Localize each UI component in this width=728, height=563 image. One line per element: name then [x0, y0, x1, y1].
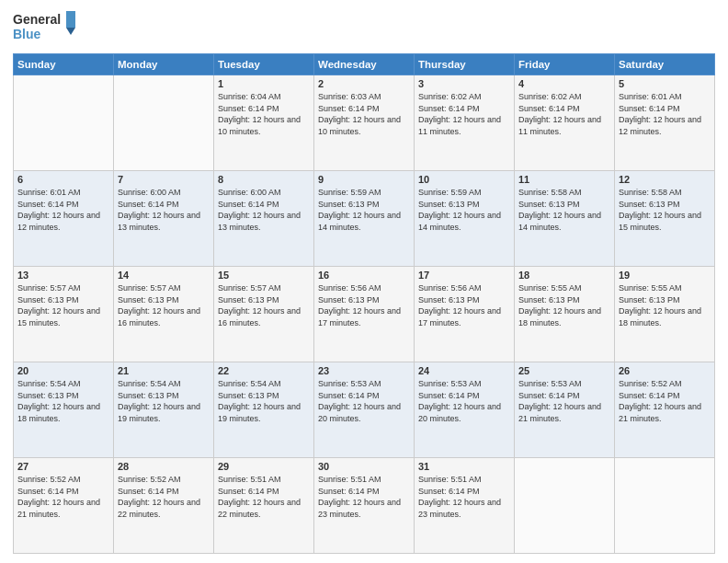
header: General Blue	[13, 9, 715, 46]
day-number: 31	[418, 461, 510, 472]
day-number: 23	[318, 365, 410, 376]
day-info: Sunrise: 5:57 AMSunset: 6:13 PMDaylight:…	[17, 282, 109, 328]
day-number: 18	[518, 270, 610, 281]
calendar-cell: 22Sunrise: 5:54 AMSunset: 6:13 PMDayligh…	[214, 362, 314, 458]
calendar-header: SundayMondayTuesdayWednesdayThursdayFrid…	[14, 54, 715, 75]
calendar-cell: 23Sunrise: 5:53 AMSunset: 6:14 PMDayligh…	[314, 362, 415, 458]
day-number: 21	[118, 365, 210, 376]
day-info: Sunrise: 5:55 AMSunset: 6:13 PMDaylight:…	[619, 282, 711, 328]
day-number: 29	[218, 461, 310, 472]
day-info: Sunrise: 6:04 AMSunset: 6:14 PMDaylight:…	[218, 91, 310, 137]
calendar-cell: 29Sunrise: 5:51 AMSunset: 6:14 PMDayligh…	[214, 458, 314, 554]
weekday-header-saturday: Saturday	[615, 54, 715, 75]
day-info: Sunrise: 6:01 AMSunset: 6:14 PMDaylight:…	[17, 187, 109, 233]
calendar-cell: 20Sunrise: 5:54 AMSunset: 6:13 PMDayligh…	[14, 362, 114, 458]
calendar-cell: 6Sunrise: 6:01 AMSunset: 6:14 PMDaylight…	[14, 171, 114, 267]
day-info: Sunrise: 6:03 AMSunset: 6:14 PMDaylight:…	[318, 91, 410, 137]
day-number: 9	[318, 174, 410, 185]
day-info: Sunrise: 5:53 AMSunset: 6:14 PMDaylight:…	[518, 378, 610, 424]
calendar-cell: 30Sunrise: 5:51 AMSunset: 6:14 PMDayligh…	[314, 458, 415, 554]
day-number: 11	[518, 174, 610, 185]
svg-text:Blue: Blue	[13, 27, 41, 41]
day-number: 22	[218, 365, 310, 376]
calendar-cell: 26Sunrise: 5:52 AMSunset: 6:14 PMDayligh…	[615, 362, 715, 458]
day-info: Sunrise: 5:57 AMSunset: 6:13 PMDaylight:…	[118, 282, 210, 328]
calendar-row-1: 6Sunrise: 6:01 AMSunset: 6:14 PMDaylight…	[14, 171, 715, 267]
weekday-header-sunday: Sunday	[14, 54, 114, 75]
day-number: 19	[619, 270, 711, 281]
calendar-cell	[515, 458, 615, 554]
calendar-cell: 4Sunrise: 6:02 AMSunset: 6:14 PMDaylight…	[515, 75, 615, 171]
calendar-cell: 11Sunrise: 5:58 AMSunset: 6:13 PMDayligh…	[515, 171, 615, 267]
day-number: 4	[518, 78, 610, 89]
calendar-table: SundayMondayTuesdayWednesdayThursdayFrid…	[13, 53, 715, 554]
calendar-row-0: 1Sunrise: 6:04 AMSunset: 6:14 PMDaylight…	[14, 75, 715, 171]
svg-marker-3	[66, 28, 75, 35]
day-number: 27	[17, 461, 109, 472]
day-info: Sunrise: 5:54 AMSunset: 6:13 PMDaylight:…	[118, 378, 210, 424]
day-info: Sunrise: 5:54 AMSunset: 6:13 PMDaylight:…	[218, 378, 310, 424]
calendar-cell: 10Sunrise: 5:59 AMSunset: 6:13 PMDayligh…	[415, 171, 515, 267]
calendar-cell	[615, 458, 715, 554]
day-info: Sunrise: 6:00 AMSunset: 6:14 PMDaylight:…	[218, 187, 310, 233]
calendar-cell: 31Sunrise: 5:51 AMSunset: 6:14 PMDayligh…	[415, 458, 515, 554]
day-number: 24	[418, 365, 510, 376]
calendar-cell: 27Sunrise: 5:52 AMSunset: 6:14 PMDayligh…	[14, 458, 114, 554]
day-number: 20	[17, 365, 109, 376]
day-info: Sunrise: 5:56 AMSunset: 6:13 PMDaylight:…	[318, 282, 410, 328]
svg-marker-2	[66, 11, 75, 28]
calendar-cell: 3Sunrise: 6:02 AMSunset: 6:14 PMDaylight…	[415, 75, 515, 171]
day-number: 30	[318, 461, 410, 472]
day-info: Sunrise: 6:01 AMSunset: 6:14 PMDaylight:…	[619, 91, 711, 137]
day-number: 12	[619, 174, 711, 185]
day-number: 28	[118, 461, 210, 472]
day-info: Sunrise: 5:58 AMSunset: 6:13 PMDaylight:…	[619, 187, 711, 233]
day-number: 6	[17, 174, 109, 185]
day-info: Sunrise: 5:53 AMSunset: 6:14 PMDaylight:…	[418, 378, 510, 424]
calendar-cell	[114, 75, 214, 171]
calendar-row-3: 20Sunrise: 5:54 AMSunset: 6:13 PMDayligh…	[14, 362, 715, 458]
day-info: Sunrise: 5:53 AMSunset: 6:14 PMDaylight:…	[318, 378, 410, 424]
svg-text:General: General	[13, 12, 61, 27]
day-number: 15	[218, 270, 310, 281]
weekday-row: SundayMondayTuesdayWednesdayThursdayFrid…	[14, 54, 715, 75]
page: General Blue SundayMondayTuesdayWednesda…	[0, 0, 728, 563]
day-number: 25	[518, 365, 610, 376]
day-number: 10	[418, 174, 510, 185]
day-number: 26	[619, 365, 711, 376]
logo-area: General Blue	[13, 9, 77, 46]
day-info: Sunrise: 6:02 AMSunset: 6:14 PMDaylight:…	[418, 91, 510, 137]
day-number: 14	[118, 270, 210, 281]
calendar-row-2: 13Sunrise: 5:57 AMSunset: 6:13 PMDayligh…	[14, 267, 715, 362]
day-info: Sunrise: 5:51 AMSunset: 6:14 PMDaylight:…	[218, 474, 310, 520]
day-info: Sunrise: 5:52 AMSunset: 6:14 PMDaylight:…	[118, 474, 210, 520]
calendar-cell: 9Sunrise: 5:59 AMSunset: 6:13 PMDaylight…	[314, 171, 415, 267]
weekday-header-tuesday: Tuesday	[214, 54, 314, 75]
day-number: 8	[218, 174, 310, 185]
weekday-header-monday: Monday	[114, 54, 214, 75]
calendar-cell: 8Sunrise: 6:00 AMSunset: 6:14 PMDaylight…	[214, 171, 314, 267]
calendar-cell: 13Sunrise: 5:57 AMSunset: 6:13 PMDayligh…	[14, 267, 114, 362]
weekday-header-thursday: Thursday	[415, 54, 515, 75]
calendar-cell: 2Sunrise: 6:03 AMSunset: 6:14 PMDaylight…	[314, 75, 415, 171]
weekday-header-wednesday: Wednesday	[314, 54, 415, 75]
calendar-row-4: 27Sunrise: 5:52 AMSunset: 6:14 PMDayligh…	[14, 458, 715, 554]
day-info: Sunrise: 5:55 AMSunset: 6:13 PMDaylight:…	[518, 282, 610, 328]
calendar-cell: 1Sunrise: 6:04 AMSunset: 6:14 PMDaylight…	[214, 75, 314, 171]
day-info: Sunrise: 6:02 AMSunset: 6:14 PMDaylight:…	[518, 91, 610, 137]
day-number: 7	[118, 174, 210, 185]
day-number: 5	[619, 78, 711, 89]
day-info: Sunrise: 5:54 AMSunset: 6:13 PMDaylight:…	[17, 378, 109, 424]
day-info: Sunrise: 6:00 AMSunset: 6:14 PMDaylight:…	[118, 187, 210, 233]
calendar-cell: 28Sunrise: 5:52 AMSunset: 6:14 PMDayligh…	[114, 458, 214, 554]
day-info: Sunrise: 5:57 AMSunset: 6:13 PMDaylight:…	[218, 282, 310, 328]
day-info: Sunrise: 5:56 AMSunset: 6:13 PMDaylight:…	[418, 282, 510, 328]
calendar-cell: 5Sunrise: 6:01 AMSunset: 6:14 PMDaylight…	[615, 75, 715, 171]
day-number: 17	[418, 270, 510, 281]
calendar-cell: 18Sunrise: 5:55 AMSunset: 6:13 PMDayligh…	[515, 267, 615, 362]
general-blue-logo: General Blue	[13, 9, 77, 46]
day-info: Sunrise: 5:59 AMSunset: 6:13 PMDaylight:…	[418, 187, 510, 233]
calendar-cell: 7Sunrise: 6:00 AMSunset: 6:14 PMDaylight…	[114, 171, 214, 267]
day-number: 3	[418, 78, 510, 89]
calendar-cell: 16Sunrise: 5:56 AMSunset: 6:13 PMDayligh…	[314, 267, 415, 362]
